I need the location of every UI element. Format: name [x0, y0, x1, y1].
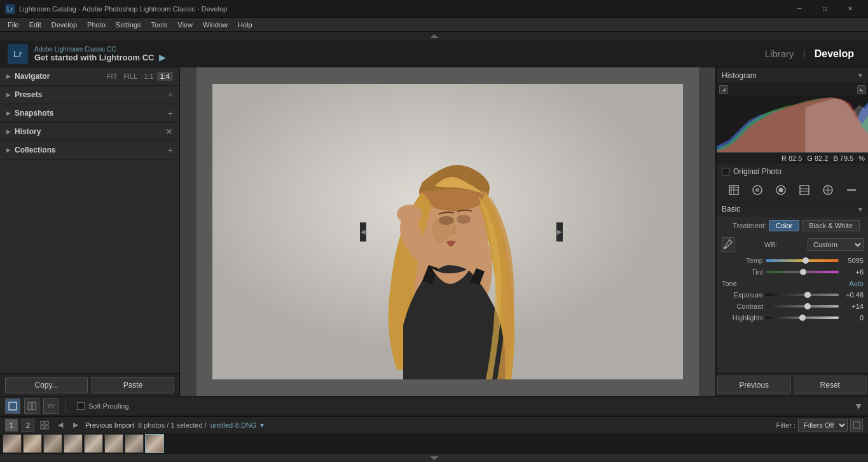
single-view-button[interactable]: [5, 398, 20, 414]
filmstrip: 1 2 ◀ ▶ Previous Import 8 photos / 1 sel…: [0, 416, 868, 454]
treatment-color-button[interactable]: Color: [769, 220, 799, 231]
zoom-1-1[interactable]: 1:1: [141, 72, 156, 81]
menu-develop[interactable]: Develop: [46, 20, 82, 30]
toolbar-chevron-icon[interactable]: ▼: [854, 401, 863, 411]
rgb-r-value: R 82.5: [782, 154, 802, 162]
presets-add-button[interactable]: +: [168, 90, 173, 100]
zoom-fit[interactable]: FIT: [104, 72, 121, 81]
snapshots-header[interactable]: ▶ Snapshots +: [0, 104, 179, 122]
graduated-filter-icon[interactable]: [797, 183, 811, 197]
filmstrip-bottom-arrow[interactable]: [0, 454, 868, 462]
copy-button[interactable]: Copy...: [5, 377, 88, 393]
filter-select[interactable]: Filters Off Flagged Rated Colored: [798, 419, 848, 431]
highlights-slider-track[interactable]: [766, 316, 839, 319]
svg-point-21: [753, 186, 762, 194]
film-thumb-8[interactable]: [145, 434, 164, 453]
menu-file[interactable]: File: [3, 20, 24, 30]
compare-view-button[interactable]: YY: [43, 398, 59, 414]
paste-button[interactable]: Paste: [92, 377, 174, 393]
wb-eyedropper-tool[interactable]: [722, 237, 734, 252]
film-thumb-7[interactable]: [125, 434, 144, 453]
film-thumb-3[interactable]: [43, 434, 62, 453]
original-photo-checkbox[interactable]: [722, 168, 729, 175]
basic-collapse-icon[interactable]: ▼: [857, 206, 864, 213]
minimize-button[interactable]: ─: [787, 0, 812, 18]
navigator-header[interactable]: ▶ Navigator FIT FILL 1:1 1:4: [0, 67, 179, 85]
brand-arrow[interactable]: ▶: [159, 53, 165, 62]
highlights-slider-thumb[interactable]: [799, 315, 806, 321]
menu-edit[interactable]: Edit: [24, 20, 46, 30]
tone-auto-button[interactable]: Auto: [849, 280, 864, 287]
tint-slider-row: Tint +6: [717, 266, 868, 278]
collections-header[interactable]: ▶ Collections +: [0, 141, 179, 159]
menu-window[interactable]: Window: [198, 20, 233, 30]
film-thumb-5[interactable]: [84, 434, 103, 453]
zoom-fill[interactable]: FILL: [120, 72, 141, 81]
collections-add-button[interactable]: +: [168, 145, 173, 155]
right-panel-collapse[interactable]: ▶: [556, 222, 563, 241]
presets-section: ▶ Presets +: [0, 86, 179, 104]
reset-button[interactable]: Reset: [794, 376, 867, 394]
svg-point-22: [756, 189, 759, 191]
menu-photo[interactable]: Photo: [82, 20, 111, 30]
history-close-button[interactable]: ✕: [165, 126, 173, 137]
red-eye-icon[interactable]: [774, 183, 788, 197]
exposure-slider-track[interactable]: [766, 294, 839, 296]
menu-view[interactable]: View: [172, 20, 198, 30]
nav-develop[interactable]: Develop: [808, 46, 860, 62]
crop-tool-icon[interactable]: [727, 183, 741, 197]
exposure-slider-thumb[interactable]: [804, 292, 811, 298]
snapshots-add-button[interactable]: +: [168, 108, 173, 118]
histogram-shadow-clipping[interactable]: [719, 85, 728, 94]
histogram-collapse-icon[interactable]: ▼: [857, 72, 864, 79]
temp-slider-thumb[interactable]: [803, 257, 809, 264]
exposure-label: Exposure: [722, 291, 763, 299]
filmstrip-page-1[interactable]: 1: [5, 419, 18, 431]
presets-header[interactable]: ▶ Presets +: [0, 86, 179, 104]
reference-view-button[interactable]: [24, 398, 39, 414]
top-panel-toggle[interactable]: [0, 32, 868, 41]
filmstrip-source-label[interactable]: Previous Import: [85, 421, 134, 429]
menu-help[interactable]: Help: [233, 20, 258, 30]
filmstrip-file-path[interactable]: untitled-8.DNG: [210, 421, 257, 429]
histogram-highlight-clipping[interactable]: [857, 85, 866, 94]
contrast-slider-track[interactable]: [766, 305, 839, 308]
film-flag-button[interactable]: [850, 419, 863, 431]
film-thumb-1[interactable]: [3, 434, 22, 453]
snapshots-triangle: ▶: [6, 110, 11, 116]
menu-settings[interactable]: Settings: [111, 20, 146, 30]
menu-tools[interactable]: Tools: [146, 20, 173, 30]
nav-divider: |: [803, 48, 806, 60]
tint-slider-track[interactable]: [766, 271, 839, 273]
filmstrip-grid-icon[interactable]: [38, 419, 51, 431]
filmstrip-next-button[interactable]: ▶: [70, 419, 81, 431]
tint-slider-thumb[interactable]: [800, 269, 806, 275]
film-thumb-2[interactable]: [23, 434, 42, 453]
nav-library[interactable]: Library: [759, 46, 801, 62]
zoom-1-4[interactable]: 1:4: [157, 72, 173, 81]
close-button[interactable]: ✕: [837, 0, 863, 18]
treatment-row: Treatment: Color Black & White: [717, 217, 868, 234]
maximize-button[interactable]: □: [812, 0, 837, 18]
film-thumb-4[interactable]: [64, 434, 83, 453]
photo-area: [196, 67, 699, 396]
hsl-icon[interactable]: [821, 183, 835, 197]
contrast-slider-thumb[interactable]: [804, 303, 811, 309]
histogram-header[interactable]: Histogram ▼: [717, 67, 868, 84]
previous-button[interactable]: Previous: [717, 376, 791, 394]
soft-proofing-checkbox[interactable]: [77, 402, 85, 410]
spot-heal-icon[interactable]: [750, 183, 764, 197]
tone-curve-icon[interactable]: [844, 183, 858, 197]
basic-section-header[interactable]: Basic ▼: [717, 201, 868, 217]
treatment-bw-button[interactable]: Black & White: [802, 220, 859, 231]
filmstrip-file-arrow[interactable]: ▾: [260, 421, 264, 430]
temp-slider-track[interactable]: [766, 259, 839, 262]
filmstrip-page-2[interactable]: 2: [22, 419, 34, 431]
filmstrip-prev-button[interactable]: ◀: [55, 419, 66, 431]
wb-preset-select[interactable]: Custom As Shot Auto Daylight Cloudy Shad…: [808, 238, 864, 251]
left-panel-collapse[interactable]: ◀: [360, 222, 366, 241]
svg-rect-37: [32, 402, 36, 410]
history-header[interactable]: ▶ History ✕: [0, 123, 179, 140]
film-thumb-6[interactable]: [104, 434, 123, 453]
photo-display: [212, 84, 683, 379]
